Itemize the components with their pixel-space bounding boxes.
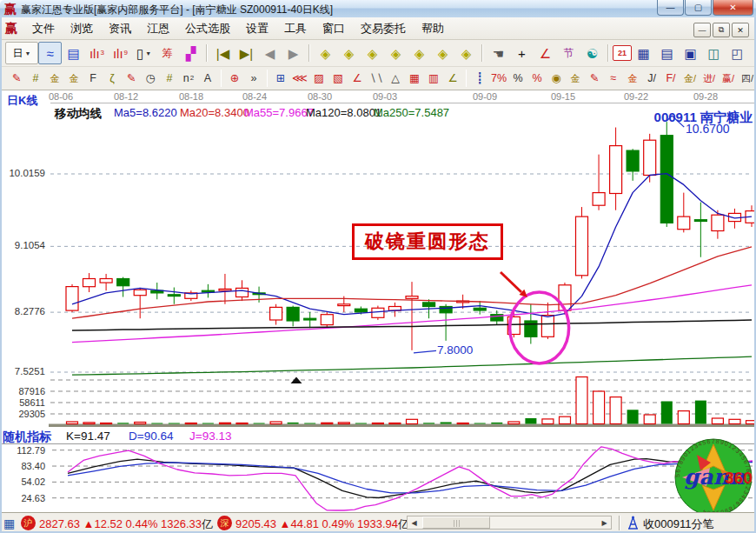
menu-item-工具[interactable]: 工具 bbox=[276, 19, 315, 37]
pan-hand-icon[interactable]: ☚ bbox=[487, 42, 510, 64]
calendar-21-icon[interactable]: 21 bbox=[613, 45, 632, 61]
red-pencil-icon[interactable]: ✎ bbox=[122, 69, 141, 88]
main-chart-pane[interactable] bbox=[49, 103, 754, 428]
neural-net-icon[interactable]: ☯ bbox=[580, 42, 604, 64]
color-histogram-icon[interactable]: ▞ bbox=[179, 42, 202, 64]
menu-item-资讯[interactable]: 资讯 bbox=[101, 19, 139, 37]
stock-label[interactable]: 000911 南宁糖业 bbox=[608, 110, 753, 126]
f-angle-icon[interactable]: F/ bbox=[661, 69, 680, 88]
menu-item-江恩[interactable]: 江恩 bbox=[139, 19, 177, 37]
time-cycle-icon[interactable]: ◷ bbox=[141, 69, 160, 88]
gold-circle-icon[interactable]: ◉ bbox=[547, 69, 566, 88]
scrollbar-thumb[interactable] bbox=[422, 516, 490, 529]
menu-item-公式选股[interactable]: 公式选股 bbox=[177, 19, 238, 37]
calculator-icon[interactable]: ▦ bbox=[632, 42, 655, 64]
menu-item-窗口[interactable]: 窗口 bbox=[315, 19, 353, 37]
percent7-icon[interactable]: 7% bbox=[489, 69, 508, 88]
shanghai-market-icon[interactable]: 沪 bbox=[21, 516, 36, 530]
gold-grid-2-icon[interactable]: 金 bbox=[64, 69, 83, 88]
bar-chart-9-icon[interactable]: ılı9 bbox=[109, 42, 132, 64]
maximize-button[interactable]: ▢ bbox=[685, 0, 712, 16]
columns-icon[interactable]: ┋ bbox=[470, 69, 489, 88]
percent-red-icon[interactable]: % bbox=[527, 69, 547, 88]
scroll-right-icon[interactable]: ▶ bbox=[598, 516, 611, 529]
crosshair-icon[interactable]: + bbox=[510, 42, 534, 64]
gann-diamond-3-icon[interactable]: ◈ bbox=[361, 42, 384, 64]
gann-diamond-2-icon[interactable]: ◈ bbox=[337, 42, 361, 64]
grid-view-icon[interactable]: ▦ bbox=[3, 516, 15, 530]
title-bar[interactable]: 赢 赢家江恩专业版[赢家内部服务平台] - [南宁糖业 SZ000911-40日… bbox=[0, 0, 756, 18]
wave-tool-icon[interactable]: ≈ bbox=[604, 69, 623, 88]
tick-view-label[interactable]: 收000911分笔 bbox=[643, 516, 713, 532]
prev-page-icon[interactable]: ◀ bbox=[258, 42, 282, 64]
save-icon[interactable]: ▣ bbox=[679, 42, 702, 64]
menu-item-设置[interactable]: 设置 bbox=[238, 19, 276, 37]
notes-icon[interactable]: ▤ bbox=[655, 42, 679, 64]
next-page-icon[interactable]: ▶ bbox=[282, 42, 305, 64]
mdi-restore-button[interactable]: ⧉ bbox=[713, 23, 730, 37]
indicator-title[interactable]: 随机指标 bbox=[3, 430, 51, 445]
minimize-button[interactable]: — bbox=[657, 0, 684, 16]
mdi-minimize-button[interactable]: — bbox=[693, 23, 711, 37]
gold-grid-1-icon[interactable]: 金 bbox=[45, 69, 64, 88]
gann-diamond-6-icon[interactable]: ◈ bbox=[431, 42, 454, 64]
fibonacci-icon[interactable]: F bbox=[83, 69, 103, 88]
olive-angle-icon[interactable]: ∠ bbox=[443, 69, 462, 88]
menu-item-文件[interactable]: 文件 bbox=[24, 19, 63, 37]
angle-lines-icon[interactable]: ∠ bbox=[348, 69, 367, 88]
remote-pc-icon[interactable]: ◰ bbox=[726, 42, 749, 64]
wave5-icon[interactable]: ζ bbox=[103, 69, 122, 88]
gann-diamond-1-icon[interactable]: ◈ bbox=[314, 42, 337, 64]
ma-legend-undefined: Ma120=8.0801 bbox=[306, 106, 381, 119]
angle-measure-icon[interactable]: ∠ bbox=[534, 42, 557, 64]
box-grid-icon[interactable]: ⊞ bbox=[271, 69, 290, 88]
win-angle-icon[interactable]: 赢/ bbox=[719, 69, 738, 88]
four-angle-icon[interactable]: 四/ bbox=[738, 69, 756, 88]
gold-lines-icon[interactable]: 金 bbox=[566, 69, 585, 88]
period-day-selector[interactable]: 日▼ bbox=[5, 42, 38, 64]
gann-diamond-7-icon[interactable]: ◈ bbox=[454, 42, 478, 64]
kdj-pane[interactable] bbox=[49, 444, 754, 511]
shenzhen-market-icon[interactable]: 深 bbox=[217, 516, 232, 530]
bar-chart-3-icon[interactable]: ılı3 bbox=[85, 42, 109, 64]
network-icon[interactable]: ◫ bbox=[702, 42, 726, 64]
jin-angle-icon[interactable]: 进/ bbox=[700, 69, 719, 88]
red-grid2-icon[interactable]: ▥ bbox=[424, 69, 443, 88]
jie-tool-icon[interactable]: 节 bbox=[557, 42, 580, 64]
menu-item-交易委托[interactable]: 交易委托 bbox=[353, 19, 414, 37]
target-icon[interactable]: ⊕ bbox=[225, 69, 244, 88]
grid2-icon[interactable]: # bbox=[160, 69, 179, 88]
brush-icon[interactable]: ✎ bbox=[585, 69, 604, 88]
minute-chart-icon[interactable]: ▤ bbox=[62, 42, 85, 64]
menu-item-帮助[interactable]: 帮助 bbox=[414, 19, 452, 37]
n-square-icon[interactable]: n2 bbox=[179, 69, 198, 88]
gold-slash-icon[interactable]: 金/ bbox=[680, 69, 700, 88]
triangle-icon[interactable]: △ bbox=[386, 69, 405, 88]
close-button[interactable]: ✕ bbox=[713, 0, 753, 16]
app-logo-icon: 赢 bbox=[4, 2, 17, 16]
cross-box-icon[interactable]: ▧ bbox=[328, 69, 348, 88]
red-grid-icon[interactable]: ▦ bbox=[405, 69, 424, 88]
chip-distribution-icon[interactable]: 筹 bbox=[156, 42, 179, 64]
mdi-close-button[interactable]: ✕ bbox=[732, 23, 749, 37]
chart-horizontal-scrollbar[interactable]: ◀ ▶ bbox=[407, 516, 612, 530]
j-angle-icon[interactable]: J/ bbox=[642, 69, 661, 88]
parallel-lines-icon[interactable]: ∖∖ bbox=[367, 69, 386, 88]
pencil-tool-icon[interactable]: ✎ bbox=[7, 69, 26, 88]
shaded-box-icon[interactable]: ▨ bbox=[309, 69, 328, 88]
gann-diamond-5-icon[interactable]: ◈ bbox=[408, 42, 431, 64]
more-tools-icon[interactable]: » bbox=[244, 69, 263, 88]
grid-tool-icon[interactable]: # bbox=[26, 69, 45, 88]
candle-style-icon[interactable]: ▯▼ bbox=[132, 42, 156, 64]
menu-item-浏览[interactable]: 浏览 bbox=[63, 19, 101, 37]
period-label[interactable]: 日K线 bbox=[7, 93, 37, 109]
gann-fan-icon[interactable]: ⋘ bbox=[290, 69, 309, 88]
gold-angle-icon[interactable]: 金 bbox=[623, 69, 642, 88]
last-page-icon[interactable]: ▶| bbox=[235, 42, 258, 64]
abc-wave-icon[interactable]: A bbox=[198, 69, 217, 88]
percent-icon[interactable]: % bbox=[508, 69, 527, 88]
first-page-icon[interactable]: |◀ bbox=[211, 42, 235, 64]
scroll-left-icon[interactable]: ◀ bbox=[408, 516, 421, 529]
gann-diamond-4-icon[interactable]: ◈ bbox=[384, 42, 408, 64]
trend-curve-icon[interactable]: ≈ bbox=[38, 42, 62, 64]
